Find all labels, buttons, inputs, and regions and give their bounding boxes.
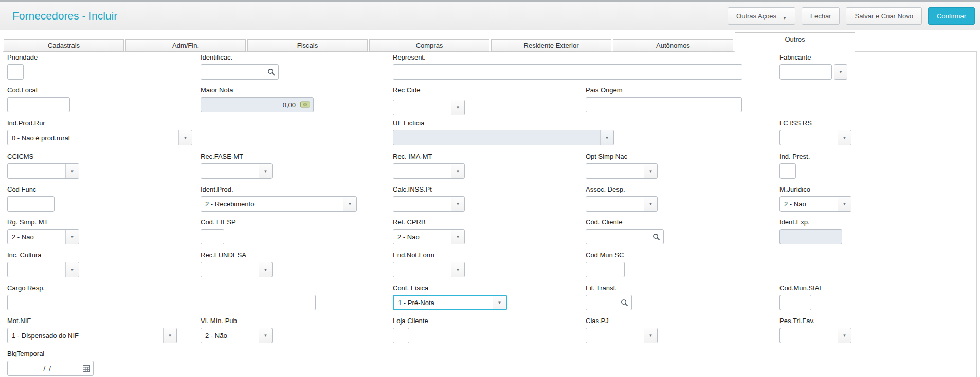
tab-bar: Cadastrais Adm/Fin. Fiscais Compras Resi… [3, 32, 977, 52]
cod-mun-siaf-input[interactable] [779, 295, 811, 310]
opt-simp-nac-select[interactable]: ▼ [586, 163, 658, 179]
mot-nif-value: 1 - Dispensado do NIF [8, 328, 163, 343]
blq-temporal-input[interactable] [7, 361, 94, 376]
search-icon[interactable] [652, 233, 660, 241]
maior-nota-label: Maior Nota [201, 86, 314, 94]
fabricante-input[interactable] [779, 64, 832, 80]
confirmar-button[interactable]: Confirmar [928, 7, 975, 25]
chevron-down-icon: ▼ [493, 296, 506, 309]
ind-prest-label: Ind. Prest. [779, 153, 810, 160]
cargo-resp-input[interactable] [7, 295, 316, 310]
tab-adm-fin[interactable]: Adm/Fin. [125, 39, 246, 52]
salvar-e-criar-novo-button[interactable]: Salvar e Criar Novo [846, 7, 921, 25]
rg-simp-mt-value: 2 - Não [8, 230, 65, 244]
chevron-down-icon: ▼ [839, 70, 843, 74]
mot-nif-select[interactable]: 1 - Dispensado do NIF ▼ [7, 328, 177, 343]
ccicms-select[interactable]: ▼ [7, 163, 79, 179]
chevron-down-icon: ▼ [163, 328, 176, 343]
ind-prest-input[interactable] [779, 163, 796, 179]
ind-prod-rur-label: Ind.Prod.Rur [7, 119, 192, 127]
field-cod-local: Cod.Local [7, 86, 70, 112]
rec-ima-mt-select[interactable]: ▼ [393, 163, 465, 179]
tab-cadastrais[interactable]: Cadastrais [4, 39, 124, 52]
field-ident-exp: Ident.Exp. [779, 218, 842, 244]
rec-fase-mt-select[interactable]: ▼ [201, 163, 273, 179]
chevron-down-icon: ▼ [838, 197, 851, 211]
field-vl-min-pub: Vl. Mín. Pub 2 - Não ▼ [201, 317, 273, 343]
field-loja-cliente: Loja Cliente [393, 317, 428, 343]
rec-fundesa-select[interactable]: ▼ [201, 262, 273, 277]
field-pais-origem: Pais Origem [586, 86, 742, 112]
vl-min-pub-value: 2 - Não [201, 328, 259, 343]
lc-iss-rs-value [780, 130, 838, 145]
rec-cide-select[interactable]: ▼ [393, 100, 465, 115]
end-not-form-select[interactable]: ▼ [393, 262, 465, 277]
search-icon[interactable] [267, 68, 275, 76]
lc-iss-rs-select[interactable]: ▼ [779, 130, 851, 145]
represent-input[interactable] [393, 64, 742, 80]
money-icon [300, 101, 310, 108]
pes-tri-fav-label: Pes.Tri.Fav. [779, 317, 851, 325]
search-icon[interactable] [621, 299, 628, 307]
field-end-not-form: End.Not.Form ▼ [393, 251, 465, 277]
ident-exp-label: Ident.Exp. [779, 218, 842, 226]
clas-pj-select[interactable]: ▼ [586, 328, 658, 343]
chevron-down-icon: ▼ [451, 197, 464, 211]
inc-cultura-select[interactable]: ▼ [7, 262, 79, 277]
rec-fundesa-value [201, 262, 259, 277]
loja-cliente-input[interactable] [393, 328, 409, 343]
field-opt-simp-nac: Opt Simp Nac ▼ [586, 153, 658, 179]
tab-residente-exterior[interactable]: Residente Exterior [491, 39, 611, 52]
field-cod-func: Cód Func [7, 185, 55, 212]
header-bar: Fornecedores - Incluir Outras Ações ▼ Fe… [0, 2, 980, 30]
prioridade-input[interactable] [7, 64, 24, 80]
tab-outros-active[interactable]: Outros [735, 32, 855, 53]
cod-mun-siaf-label: Cod.Mun.SIAF [779, 284, 823, 292]
pais-origem-input[interactable] [586, 97, 742, 112]
field-cargo-resp: Cargo Resp. [7, 284, 316, 310]
fornecedores-incluir-window: Fornecedores - Incluir Outras Ações ▼ Fe… [0, 0, 980, 377]
chevron-down-icon: ▼ [838, 328, 851, 343]
calc-inss-pt-select[interactable]: ▼ [393, 196, 465, 212]
outras-acoes-label: Outras Ações [736, 12, 776, 20]
field-rec-cide: ▼ Rec Cide [393, 86, 420, 97]
field-pes-tri-fav: Pes.Tri.Fav. ▼ [779, 317, 851, 343]
ident-prod-select[interactable]: 2 - Recebimento ▼ [201, 196, 357, 212]
m-juridico-select[interactable]: 2 - Não ▼ [779, 196, 851, 212]
tab-autonomos[interactable]: Autônomos [613, 39, 733, 52]
rg-simp-mt-select[interactable]: 2 - Não ▼ [7, 229, 79, 244]
fechar-button[interactable]: Fechar [802, 7, 840, 25]
fabricante-dropdown-button[interactable]: ▼ [834, 64, 847, 80]
ret-cprb-select[interactable]: 2 - Não ▼ [393, 229, 465, 244]
cod-func-label: Cód Func [7, 185, 55, 193]
ret-cprb-label: Ret. CPRB [393, 218, 465, 226]
assoc-desp-label: Assoc. Desp. [586, 185, 658, 193]
calendar-icon[interactable] [83, 365, 90, 372]
assoc-desp-select[interactable]: ▼ [586, 196, 658, 212]
field-prioridade: Prioridade [7, 53, 38, 80]
tab-fiscais[interactable]: Fiscais [247, 39, 368, 52]
fabricante-label: Fabricante [779, 53, 847, 61]
vl-min-pub-select[interactable]: 2 - Não ▼ [201, 328, 273, 343]
cargo-resp-label: Cargo Resp. [7, 284, 316, 292]
outras-acoes-button[interactable]: Outras Ações ▼ [728, 7, 795, 25]
pes-tri-fav-select[interactable]: ▼ [779, 328, 851, 343]
uf-ficticia-value [393, 130, 600, 145]
chevron-down-icon: ▼ [644, 164, 657, 178]
field-rec-fundesa: Rec.FUNDESA ▼ [201, 251, 273, 277]
uf-ficticia-select: ▼ [393, 130, 614, 145]
rec-cide-label: Rec Cide [393, 86, 420, 94]
chevron-down-icon: ▼ [644, 197, 657, 211]
cod-local-input[interactable] [7, 97, 70, 112]
cod-fiesp-input[interactable] [201, 229, 224, 244]
cod-func-input[interactable] [7, 196, 55, 212]
cod-mun-sc-input[interactable] [586, 262, 625, 277]
rec-ima-mt-value [393, 164, 451, 178]
conf-fisica-select[interactable]: 1 - Pré-Nota ▼ [393, 295, 507, 310]
ccicms-value [8, 164, 65, 178]
tab-compras[interactable]: Compras [369, 39, 489, 52]
field-cod-mun-sc: Cod Mun SC [586, 251, 625, 277]
ind-prod-rur-select[interactable]: 0 - Não é prod.rural ▼ [7, 130, 192, 145]
field-maior-nota: Maior Nota [201, 86, 314, 112]
field-clas-pj: Clas.PJ ▼ [586, 317, 658, 343]
